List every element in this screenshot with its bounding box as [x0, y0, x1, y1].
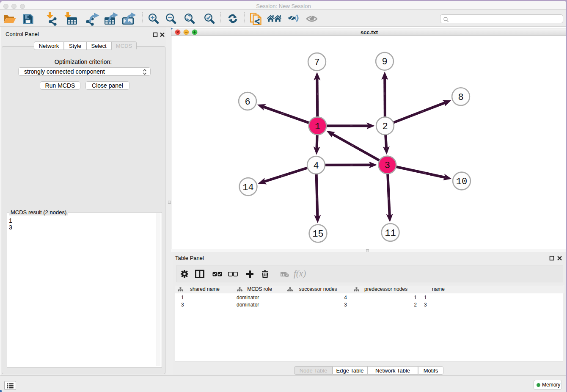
svg-text:11: 11 — [385, 228, 396, 239]
svg-text:9: 9 — [382, 57, 387, 67]
svg-text:10: 10 — [456, 177, 467, 187]
svg-text:7: 7 — [314, 58, 319, 68]
svg-text:4: 4 — [313, 161, 319, 171]
svg-text:1: 1 — [315, 121, 320, 132]
svg-text:6: 6 — [245, 97, 250, 108]
svg-text:14: 14 — [242, 182, 253, 193]
svg-text:3: 3 — [385, 160, 390, 171]
svg-text:15: 15 — [312, 229, 323, 240]
svg-text:8: 8 — [458, 92, 463, 103]
svg-text:2: 2 — [382, 121, 388, 132]
